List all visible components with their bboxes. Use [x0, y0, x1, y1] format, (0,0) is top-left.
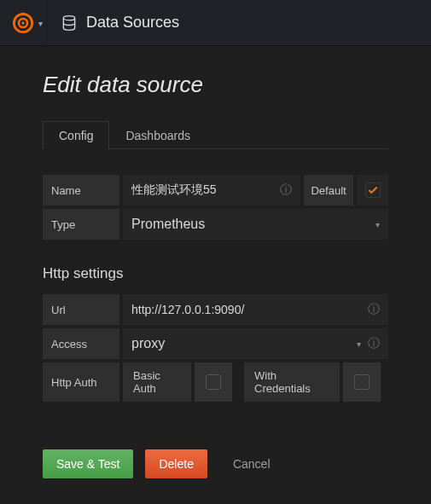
label-with-credentials: With Credentials: [244, 362, 340, 402]
svg-point-3: [63, 15, 74, 20]
name-input[interactable]: [131, 183, 280, 197]
input-wrap-url: ⓘ: [123, 294, 388, 325]
page-title: Edit data source: [43, 72, 388, 98]
default-checkbox[interactable]: [365, 182, 381, 198]
access-select[interactable]: proxy ▾ ⓘ: [123, 328, 388, 359]
label-url: Url: [43, 294, 119, 325]
topbar: ▾ Data Sources: [0, 0, 431, 46]
info-icon[interactable]: ⓘ: [368, 302, 380, 317]
chevron-down-icon: ▾: [376, 220, 380, 229]
default-check-cell: [357, 175, 388, 206]
database-icon: [61, 14, 78, 32]
with-credentials-checkbox[interactable]: [354, 374, 370, 390]
row-name: Name ⓘ Default: [43, 175, 388, 206]
label-http-auth: Http Auth: [43, 362, 119, 402]
footer-buttons: Save & Test Delete Cancel: [43, 449, 388, 478]
delete-button[interactable]: Delete: [145, 449, 207, 478]
tab-dashboards[interactable]: Dashboards: [109, 121, 207, 149]
chevron-down-icon: ▾: [357, 339, 361, 349]
row-type: Type Prometheus ▾: [43, 209, 388, 240]
label-access: Access: [43, 328, 119, 359]
row-http-auth: Http Auth Basic Auth With Credentials: [43, 362, 388, 402]
basic-auth-checkbox[interactable]: [206, 374, 221, 390]
with-credentials-check-cell: [343, 362, 381, 402]
breadcrumb[interactable]: Data Sources: [47, 14, 193, 32]
basic-auth-check-cell: [195, 362, 232, 402]
save-test-button[interactable]: Save & Test: [43, 449, 133, 478]
label-basic-auth: Basic Auth: [123, 362, 191, 402]
http-settings-heading: Http settings: [43, 265, 388, 282]
page-content: Edit data source Config Dashboards Name …: [0, 46, 431, 499]
info-icon[interactable]: ⓘ: [368, 336, 380, 351]
url-input[interactable]: [131, 303, 368, 316]
type-value: Prometheus: [131, 217, 370, 232]
grafana-logo-icon: [11, 11, 35, 35]
tabs: Config Dashboards: [43, 120, 388, 149]
logo-box[interactable]: ▾: [0, 0, 46, 46]
label-name: Name: [43, 175, 119, 206]
row-access: Access proxy ▾ ⓘ: [43, 328, 388, 359]
input-wrap-name: ⓘ: [123, 175, 300, 206]
topbar-title-text: Data Sources: [86, 14, 179, 32]
info-icon[interactable]: ⓘ: [280, 182, 292, 198]
label-type: Type: [43, 209, 119, 240]
logo-caret-icon: ▾: [38, 19, 43, 28]
access-value: proxy: [131, 336, 352, 351]
row-url: Url ⓘ: [43, 294, 388, 325]
type-select[interactable]: Prometheus ▾: [123, 209, 388, 240]
svg-point-2: [21, 21, 24, 24]
label-default: Default: [304, 175, 353, 206]
tab-config[interactable]: Config: [43, 121, 109, 149]
cancel-button[interactable]: Cancel: [219, 449, 284, 478]
check-icon: [367, 184, 379, 196]
